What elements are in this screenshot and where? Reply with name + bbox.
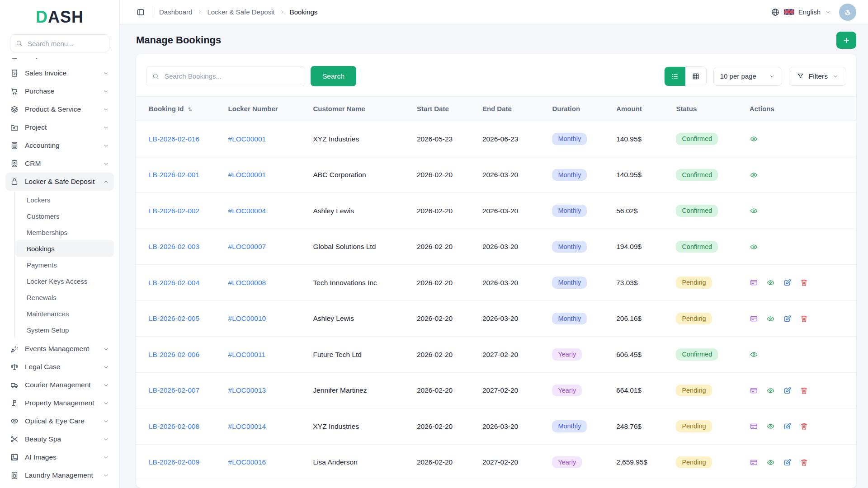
booking-id-link[interactable]: LB-2026-02-004: [149, 279, 199, 286]
sidebar-item-events-management[interactable]: Events Management: [5, 340, 114, 358]
sidebar-item-locker-safe-deposit[interactable]: Locker & Safe Deposit: [5, 173, 114, 191]
view-action-icon[interactable]: [766, 386, 775, 395]
sidebar-subitem-maintenances[interactable]: Maintenances: [15, 305, 114, 322]
folder-icon: [10, 123, 19, 132]
locker-number-link[interactable]: #LOC00001: [228, 171, 266, 178]
view-action-icon[interactable]: [750, 135, 758, 143]
add-booking-button[interactable]: [836, 32, 856, 49]
sidebar-subitem-locker-keys-access[interactable]: Locker Keys Access: [15, 273, 114, 289]
language-selector[interactable]: English: [771, 8, 831, 17]
breadcrumb-item-bookings[interactable]: Bookings: [290, 8, 318, 16]
cell-actions: [743, 157, 856, 193]
sidebar-item-ai-images[interactable]: AI Images: [5, 448, 114, 466]
sidebar-item-legal-case[interactable]: Legal Case: [5, 358, 114, 376]
sidebar-subitem-payments[interactable]: Payments: [15, 257, 114, 273]
locker-number-link[interactable]: #LOC00004: [228, 207, 266, 215]
locker-number-link[interactable]: #LOC00010: [228, 314, 266, 322]
locker-number-link[interactable]: #LOC00014: [228, 422, 266, 430]
edit-action-icon[interactable]: [783, 386, 792, 395]
cell-locker-number: #LOC00001: [222, 121, 307, 157]
booking-id-link[interactable]: LB-2026-02-009: [149, 458, 199, 466]
edit-action-icon[interactable]: [783, 458, 792, 467]
payment-action-icon[interactable]: [750, 422, 758, 431]
grid-view-button[interactable]: [685, 67, 706, 86]
locker-number-link[interactable]: #LOC00013: [228, 386, 266, 394]
list-view-button[interactable]: [665, 67, 685, 86]
view-action-icon[interactable]: [766, 278, 775, 287]
cell-actions: [743, 300, 856, 337]
booking-id-link[interactable]: LB-2026-02-007: [149, 386, 199, 394]
sidebar-item-purchase[interactable]: Purchase: [5, 82, 114, 100]
edit-action-icon[interactable]: [783, 278, 792, 287]
toolbar-right: 10 per page Filters: [664, 66, 846, 86]
view-action-icon[interactable]: [750, 243, 758, 251]
sidebar-item-crm[interactable]: CRM: [5, 155, 114, 173]
payment-action-icon[interactable]: [750, 458, 758, 467]
column-header-booking-id[interactable]: Booking Id: [136, 97, 222, 121]
delete-action-icon[interactable]: [800, 278, 808, 287]
view-action-icon[interactable]: [750, 350, 758, 359]
view-action-icon[interactable]: [750, 171, 758, 179]
view-action-icon[interactable]: [766, 314, 775, 323]
sidebar-subitem-bookings[interactable]: Bookings: [15, 240, 114, 257]
payment-action-icon[interactable]: [750, 314, 758, 323]
chevron-down-icon: [103, 472, 109, 479]
view-action-icon[interactable]: [750, 206, 758, 215]
cell-status: Confirmed: [670, 229, 743, 265]
booking-id-link[interactable]: LB-2026-02-001: [149, 171, 199, 178]
delete-action-icon[interactable]: [800, 386, 808, 395]
avatar[interactable]: [839, 4, 856, 21]
sidebar-item-custom-field[interactable]: Custom Field: [5, 484, 114, 488]
sidebar-item-laundry-management[interactable]: Laundry Management: [5, 466, 114, 484]
view-action-icon[interactable]: [766, 422, 775, 431]
delete-action-icon[interactable]: [800, 422, 808, 431]
booking-id-link[interactable]: LB-2026-02-005: [149, 314, 199, 322]
sidebar-subitem-system-setup[interactable]: System Setup: [15, 322, 114, 338]
filters-button[interactable]: Filters: [789, 67, 846, 86]
sidebar-item-proposal[interactable]: Proposal: [5, 58, 114, 64]
sidebar-item-accounting[interactable]: Accounting: [5, 136, 114, 155]
edit-action-icon[interactable]: [783, 314, 792, 323]
sidebar-item-courier-management[interactable]: Courier Management: [5, 376, 114, 394]
breadcrumb-item-locker-safe-deposit[interactable]: Locker & Safe Deposit: [207, 8, 274, 16]
breadcrumb-item-dashboard[interactable]: Dashboard: [159, 8, 192, 16]
edit-action-icon[interactable]: [783, 422, 792, 431]
view-action-icon[interactable]: [766, 458, 775, 467]
sidebar-search-input[interactable]: [10, 34, 109, 52]
sidebar-item-property-management[interactable]: Property Management: [5, 394, 114, 412]
sidebar-collapse-icon[interactable]: [136, 8, 145, 17]
sidebar-subitem-lockers[interactable]: Lockers: [15, 192, 114, 208]
locker-number-link[interactable]: #LOC00016: [228, 458, 266, 466]
sidebar-nav: Proposal$Sales InvoicePurchaseProduct & …: [0, 58, 119, 488]
search-button[interactable]: Search: [311, 66, 356, 86]
sidebar-item-beauty-spa[interactable]: Beauty Spa: [5, 430, 114, 448]
locker-number-link[interactable]: #LOC00007: [228, 243, 266, 250]
locker-number-link[interactable]: #LOC00001: [228, 135, 266, 143]
booking-id-link[interactable]: LB-2026-02-003: [149, 243, 199, 250]
sidebar-item-project[interactable]: Project: [5, 118, 114, 136]
sidebar-subitem-customers[interactable]: Customers: [15, 208, 114, 224]
per-page-select[interactable]: 10 per page: [713, 67, 782, 86]
payment-action-icon[interactable]: [750, 386, 758, 395]
table-header-row: Booking IdLocker NumberCustomer NameStar…: [136, 97, 856, 121]
locker-number-link[interactable]: #LOC00011: [228, 351, 265, 358]
booking-id-link[interactable]: LB-2026-02-008: [149, 422, 199, 430]
booking-id-link[interactable]: LB-2026-02-016: [149, 135, 199, 143]
locker-number-link[interactable]: #LOC00008: [228, 279, 266, 286]
sidebar-item-optical-eye-care[interactable]: Optical & Eye Care: [5, 412, 114, 430]
booking-id-link[interactable]: LB-2026-02-006: [149, 351, 199, 358]
sidebar-subitem-renewals[interactable]: Renewals: [15, 289, 114, 305]
chevron-right-icon: [197, 9, 203, 15]
booking-id-link[interactable]: LB-2026-02-002: [149, 207, 199, 215]
delete-action-icon[interactable]: [800, 458, 808, 467]
sidebar-item-label: Beauty Spa: [25, 435, 61, 443]
row-actions: [750, 314, 850, 323]
delete-action-icon[interactable]: [800, 314, 808, 323]
payment-action-icon[interactable]: [750, 278, 758, 287]
sidebar-item-sales-invoice[interactable]: $Sales Invoice: [5, 64, 114, 82]
sidebar-subitem-memberships[interactable]: Memberships: [15, 224, 114, 240]
cell-start-date: 2026-02-20: [410, 337, 476, 373]
sidebar-item-product-service[interactable]: Product & Service: [5, 100, 114, 118]
sidebar-item-label: AI Images: [25, 453, 57, 461]
bookings-search-input[interactable]: [146, 66, 305, 86]
